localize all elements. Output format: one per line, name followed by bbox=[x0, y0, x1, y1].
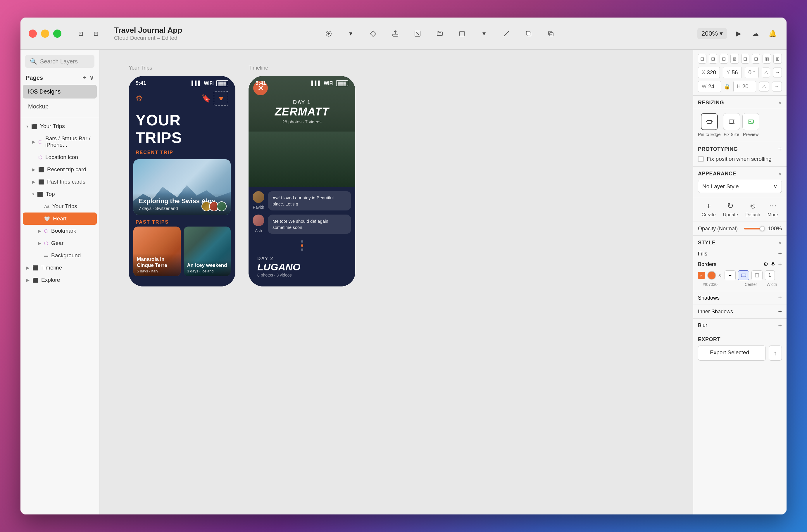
align-right-btn[interactable]: ⊡ bbox=[719, 54, 728, 64]
zoom-control[interactable]: 200% ▾ bbox=[697, 28, 727, 39]
align-left-btn[interactable]: ⊟ bbox=[698, 54, 707, 64]
align-center-v-btn[interactable]: ⊟ bbox=[741, 54, 750, 64]
page-item-ios[interactable]: iOS Designs bbox=[23, 85, 97, 98]
detach-action[interactable]: ⎋ Detach bbox=[745, 202, 760, 217]
layer-item-gear[interactable]: ▶ ⬡ Gear bbox=[23, 237, 97, 249]
copy-icons[interactable] bbox=[523, 28, 534, 39]
color-label: #f07030 bbox=[702, 282, 717, 287]
spacer: ▶ bbox=[38, 253, 41, 258]
opacity-row: Opacity (Normal) 100% bbox=[698, 225, 782, 232]
resize-icon[interactable]: → bbox=[772, 81, 782, 92]
appearance-collapse[interactable]: ∨ bbox=[778, 171, 782, 176]
opacity-slider[interactable] bbox=[744, 228, 762, 229]
mask-icon[interactable] bbox=[434, 28, 446, 39]
page-item-mockup[interactable]: Mockup bbox=[23, 100, 97, 113]
border-color-swatch[interactable] bbox=[707, 271, 716, 280]
play-icon[interactable]: ▶ bbox=[733, 28, 745, 39]
duplicate-icon[interactable] bbox=[545, 28, 557, 39]
fills-row: Fills + bbox=[698, 249, 782, 259]
dot-3 bbox=[301, 248, 303, 251]
fix-scroll-checkbox[interactable] bbox=[698, 156, 704, 162]
pencil-icon[interactable] bbox=[501, 28, 512, 39]
add-page-icon[interactable]: + bbox=[82, 74, 86, 81]
close-button[interactable] bbox=[29, 30, 37, 38]
chevron-insert-icon[interactable]: ▾ bbox=[345, 28, 357, 39]
cloud-icon[interactable]: ☁ bbox=[750, 28, 762, 39]
layer-style-dropdown[interactable]: No Layer Style ∨ bbox=[698, 180, 782, 193]
export-icon[interactable] bbox=[412, 28, 424, 39]
layer-item-top[interactable]: ▾ ⬛ Top bbox=[23, 188, 97, 200]
layer-item-bookmark[interactable]: ▶ ⬡ Bookmark bbox=[23, 225, 97, 237]
collapse-pages-icon[interactable]: ∨ bbox=[90, 74, 94, 81]
layer-item-yourtrips-text[interactable]: ▶ Aa Your Trips bbox=[23, 200, 97, 212]
layer-item-your-trips[interactable]: ▾ ⬛ Your Trips bbox=[23, 120, 97, 132]
search-bar[interactable]: 🔍 Search Layers bbox=[25, 55, 94, 68]
layer-item-past-trips[interactable]: ▶ ⬛ Past trips cards bbox=[23, 176, 97, 188]
resizing-collapse-icon[interactable]: ∨ bbox=[778, 100, 782, 106]
grid-icon[interactable]: ⊞ bbox=[91, 28, 101, 39]
lock-ratio-icon[interactable]: 🔒 bbox=[724, 83, 730, 90]
settings-icon[interactable]: ⚙ bbox=[136, 94, 143, 103]
fix-size-button[interactable] bbox=[723, 113, 740, 130]
create-action[interactable]: + Create bbox=[702, 202, 716, 217]
pin-to-edge-button[interactable] bbox=[701, 113, 718, 130]
minimize-button[interactable] bbox=[41, 30, 49, 38]
border-center-btn[interactable] bbox=[738, 270, 749, 280]
border-visibility-icon[interactable]: 👁 bbox=[770, 261, 776, 267]
layer-item-recent-trip[interactable]: ▶ ⬛ Recent trip card bbox=[23, 164, 97, 176]
layer-item-explore[interactable]: ▶ ⬛ Explore bbox=[23, 274, 97, 286]
canvas-label-timeline: Timeline bbox=[248, 65, 268, 71]
add-blur-button[interactable]: + bbox=[778, 322, 782, 329]
chat-avatar-pavith bbox=[252, 191, 264, 203]
export-selected-button[interactable]: Export Selected... bbox=[698, 345, 766, 361]
border-outer-btn[interactable] bbox=[751, 270, 763, 280]
border-settings-icon[interactable]: ⚙ bbox=[764, 261, 768, 267]
preview-button[interactable] bbox=[743, 113, 759, 130]
bell-icon[interactable]: 🔔 bbox=[767, 28, 778, 39]
add-shadow-button[interactable]: + bbox=[778, 294, 782, 302]
chat-bubble-1: Aw! I loved our stay in Beautiful place.… bbox=[268, 191, 351, 210]
border-dashed-icon[interactable]: ╌ bbox=[725, 270, 736, 280]
rotation-field[interactable]: 0 ° bbox=[745, 66, 759, 78]
y-field[interactable]: Y 56 bbox=[723, 66, 742, 78]
day2-section: DAY 2 LUGANO 8 photos · 3 videos bbox=[252, 253, 351, 280]
layer-item-background[interactable]: ▶ ▬ Background bbox=[23, 249, 97, 262]
layers-icon[interactable]: ⊡ bbox=[75, 28, 86, 39]
prototyping-add-icon[interactable]: + bbox=[778, 145, 782, 153]
style-collapse[interactable]: ∨ bbox=[778, 240, 782, 246]
layer-item-heart[interactable]: ▶ 🤍 Heart bbox=[23, 212, 97, 225]
width-field[interactable]: W 24 bbox=[698, 81, 721, 92]
frame-icon[interactable] bbox=[456, 28, 468, 39]
create-symbol-icon[interactable] bbox=[367, 28, 379, 39]
past-trip-card-2[interactable]: An icey weekend 3 days · Iceland bbox=[184, 227, 231, 276]
recent-trip-card[interactable]: Exploring the Swiss Alps 7 days · Switze… bbox=[133, 159, 231, 215]
add-fill-button[interactable]: + bbox=[778, 250, 782, 258]
share-export-button[interactable]: ↑ bbox=[769, 345, 782, 361]
layer-item-location[interactable]: ▶ ⬡ Location icon bbox=[23, 151, 97, 164]
past-trip-card-1[interactable]: Manarola in Cinque Terre 5 days · Italy bbox=[133, 227, 181, 276]
fullscreen-button[interactable] bbox=[53, 30, 61, 38]
bookmark-icon[interactable]: 🔖 bbox=[202, 94, 211, 103]
x-field[interactable]: X 320 bbox=[698, 66, 720, 78]
height-field[interactable]: H 20 bbox=[733, 81, 756, 92]
align-top-btn[interactable]: ⊠ bbox=[730, 54, 739, 64]
insert-button[interactable] bbox=[323, 28, 335, 39]
distribute-h-btn[interactable]: ▥ bbox=[763, 54, 771, 64]
add-border-button[interactable]: + bbox=[778, 261, 782, 268]
align-center-h-btn[interactable]: ⊞ bbox=[709, 54, 717, 64]
status-time: 9:41 bbox=[136, 80, 146, 86]
border-width-value[interactable]: 1 bbox=[765, 270, 775, 280]
update-action[interactable]: ↻ Update bbox=[723, 202, 738, 217]
frame-dropdown-icon[interactable]: ▾ bbox=[478, 28, 490, 39]
upload-icon[interactable] bbox=[390, 28, 401, 39]
border-enabled-checkbox[interactable]: ✓ bbox=[698, 272, 705, 279]
more-transform-icon[interactable]: → bbox=[773, 68, 782, 77]
layer-item-bars[interactable]: ▶ ⬡ Bars / Status Bar / iPhone... bbox=[23, 132, 97, 151]
align-bottom-btn[interactable]: ⊡ bbox=[752, 54, 760, 64]
add-inner-shadow-button[interactable]: + bbox=[778, 308, 782, 316]
layer-item-timeline[interactable]: ▶ ⬛ Timeline bbox=[23, 262, 97, 274]
more-action[interactable]: ⋯ More bbox=[768, 202, 778, 217]
constrain-icon[interactable]: ⚠ bbox=[759, 81, 769, 92]
flip-icon[interactable]: ⚠ bbox=[762, 68, 770, 77]
distribute-v-btn[interactable]: ⊞ bbox=[773, 54, 782, 64]
